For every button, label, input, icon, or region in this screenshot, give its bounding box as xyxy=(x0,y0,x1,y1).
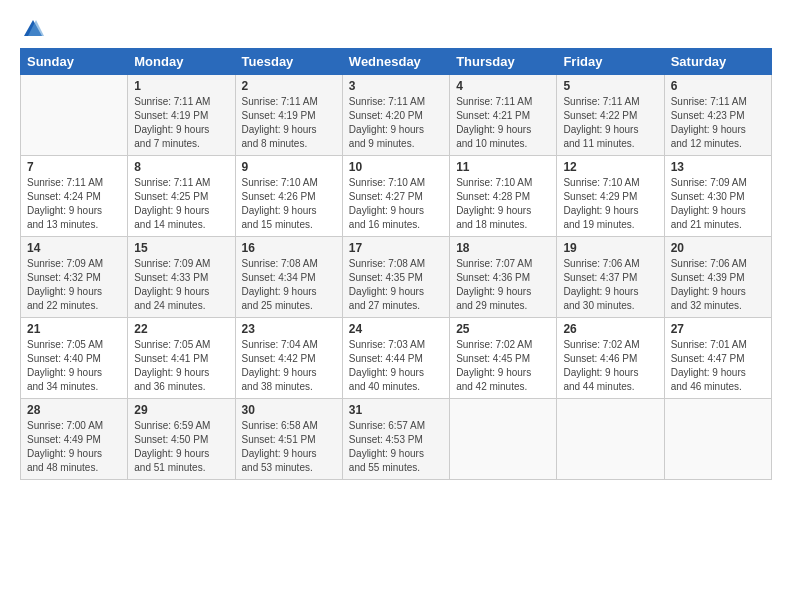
sunrise-text: Sunrise: 7:11 AM xyxy=(134,95,228,109)
day-number: 21 xyxy=(27,322,121,336)
day-number: 8 xyxy=(134,160,228,174)
sunset-text: Sunset: 4:29 PM xyxy=(563,190,657,204)
daylight-line1: Daylight: 9 hours xyxy=(563,204,657,218)
daylight-line1: Daylight: 9 hours xyxy=(456,285,550,299)
daylight-line1: Daylight: 9 hours xyxy=(349,123,443,137)
sunset-text: Sunset: 4:44 PM xyxy=(349,352,443,366)
sunrise-text: Sunrise: 7:07 AM xyxy=(456,257,550,271)
cell-content: Sunrise: 7:11 AMSunset: 4:21 PMDaylight:… xyxy=(456,95,550,151)
daylight-line2: and 34 minutes. xyxy=(27,380,121,394)
sunrise-text: Sunrise: 7:11 AM xyxy=(349,95,443,109)
sunset-text: Sunset: 4:50 PM xyxy=(134,433,228,447)
sunset-text: Sunset: 4:33 PM xyxy=(134,271,228,285)
daylight-line2: and 29 minutes. xyxy=(456,299,550,313)
daylight-line1: Daylight: 9 hours xyxy=(242,447,336,461)
calendar-cell: 14Sunrise: 7:09 AMSunset: 4:32 PMDayligh… xyxy=(21,237,128,318)
calendar-cell: 11Sunrise: 7:10 AMSunset: 4:28 PMDayligh… xyxy=(450,156,557,237)
calendar-cell: 21Sunrise: 7:05 AMSunset: 4:40 PMDayligh… xyxy=(21,318,128,399)
day-number: 15 xyxy=(134,241,228,255)
cell-content: Sunrise: 7:10 AMSunset: 4:27 PMDaylight:… xyxy=(349,176,443,232)
sunset-text: Sunset: 4:23 PM xyxy=(671,109,765,123)
cell-content: Sunrise: 7:06 AMSunset: 4:37 PMDaylight:… xyxy=(563,257,657,313)
daylight-line2: and 40 minutes. xyxy=(349,380,443,394)
sunrise-text: Sunrise: 7:11 AM xyxy=(134,176,228,190)
cell-content: Sunrise: 7:05 AMSunset: 4:41 PMDaylight:… xyxy=(134,338,228,394)
cell-content: Sunrise: 7:02 AMSunset: 4:45 PMDaylight:… xyxy=(456,338,550,394)
cell-content: Sunrise: 7:01 AMSunset: 4:47 PMDaylight:… xyxy=(671,338,765,394)
cell-content: Sunrise: 7:05 AMSunset: 4:40 PMDaylight:… xyxy=(27,338,121,394)
calendar-cell: 9Sunrise: 7:10 AMSunset: 4:26 PMDaylight… xyxy=(235,156,342,237)
sunset-text: Sunset: 4:25 PM xyxy=(134,190,228,204)
daylight-line1: Daylight: 9 hours xyxy=(242,204,336,218)
calendar-cell: 16Sunrise: 7:08 AMSunset: 4:34 PMDayligh… xyxy=(235,237,342,318)
cell-content: Sunrise: 7:06 AMSunset: 4:39 PMDaylight:… xyxy=(671,257,765,313)
daylight-line2: and 16 minutes. xyxy=(349,218,443,232)
daylight-line1: Daylight: 9 hours xyxy=(671,366,765,380)
sunrise-text: Sunrise: 7:08 AM xyxy=(242,257,336,271)
daylight-line2: and 11 minutes. xyxy=(563,137,657,151)
cell-content: Sunrise: 7:10 AMSunset: 4:26 PMDaylight:… xyxy=(242,176,336,232)
daylight-line2: and 32 minutes. xyxy=(671,299,765,313)
calendar-cell: 5Sunrise: 7:11 AMSunset: 4:22 PMDaylight… xyxy=(557,75,664,156)
calendar-cell: 23Sunrise: 7:04 AMSunset: 4:42 PMDayligh… xyxy=(235,318,342,399)
cell-content: Sunrise: 7:11 AMSunset: 4:19 PMDaylight:… xyxy=(134,95,228,151)
daylight-line1: Daylight: 9 hours xyxy=(349,447,443,461)
cell-content: Sunrise: 7:09 AMSunset: 4:33 PMDaylight:… xyxy=(134,257,228,313)
calendar-table: SundayMondayTuesdayWednesdayThursdayFrid… xyxy=(20,48,772,480)
sunset-text: Sunset: 4:41 PM xyxy=(134,352,228,366)
cell-content: Sunrise: 6:59 AMSunset: 4:50 PMDaylight:… xyxy=(134,419,228,475)
sunset-text: Sunset: 4:39 PM xyxy=(671,271,765,285)
calendar-cell: 6Sunrise: 7:11 AMSunset: 4:23 PMDaylight… xyxy=(664,75,771,156)
header xyxy=(20,18,772,40)
sunrise-text: Sunrise: 7:11 AM xyxy=(671,95,765,109)
daylight-line2: and 21 minutes. xyxy=(671,218,765,232)
day-number: 30 xyxy=(242,403,336,417)
calendar-cell: 13Sunrise: 7:09 AMSunset: 4:30 PMDayligh… xyxy=(664,156,771,237)
day-number: 29 xyxy=(134,403,228,417)
calendar-cell: 20Sunrise: 7:06 AMSunset: 4:39 PMDayligh… xyxy=(664,237,771,318)
daylight-line2: and 13 minutes. xyxy=(27,218,121,232)
sunrise-text: Sunrise: 7:08 AM xyxy=(349,257,443,271)
calendar-cell: 22Sunrise: 7:05 AMSunset: 4:41 PMDayligh… xyxy=(128,318,235,399)
calendar-cell: 2Sunrise: 7:11 AMSunset: 4:19 PMDaylight… xyxy=(235,75,342,156)
day-header-tuesday: Tuesday xyxy=(235,49,342,75)
logo xyxy=(20,18,44,40)
day-number: 25 xyxy=(456,322,550,336)
sunrise-text: Sunrise: 7:01 AM xyxy=(671,338,765,352)
day-header-wednesday: Wednesday xyxy=(342,49,449,75)
sunrise-text: Sunrise: 7:11 AM xyxy=(563,95,657,109)
sunrise-text: Sunrise: 7:09 AM xyxy=(671,176,765,190)
calendar-cell xyxy=(21,75,128,156)
calendar-cell: 17Sunrise: 7:08 AMSunset: 4:35 PMDayligh… xyxy=(342,237,449,318)
sunrise-text: Sunrise: 7:06 AM xyxy=(671,257,765,271)
sunrise-text: Sunrise: 7:00 AM xyxy=(27,419,121,433)
day-number: 17 xyxy=(349,241,443,255)
cell-content: Sunrise: 7:03 AMSunset: 4:44 PMDaylight:… xyxy=(349,338,443,394)
cell-content: Sunrise: 7:07 AMSunset: 4:36 PMDaylight:… xyxy=(456,257,550,313)
sunrise-text: Sunrise: 7:03 AM xyxy=(349,338,443,352)
daylight-line1: Daylight: 9 hours xyxy=(563,123,657,137)
daylight-line2: and 15 minutes. xyxy=(242,218,336,232)
sunrise-text: Sunrise: 7:02 AM xyxy=(456,338,550,352)
cell-content: Sunrise: 7:11 AMSunset: 4:20 PMDaylight:… xyxy=(349,95,443,151)
cell-content: Sunrise: 7:10 AMSunset: 4:29 PMDaylight:… xyxy=(563,176,657,232)
cell-content: Sunrise: 7:11 AMSunset: 4:23 PMDaylight:… xyxy=(671,95,765,151)
sunset-text: Sunset: 4:45 PM xyxy=(456,352,550,366)
sunrise-text: Sunrise: 7:05 AM xyxy=(134,338,228,352)
daylight-line2: and 48 minutes. xyxy=(27,461,121,475)
day-number: 2 xyxy=(242,79,336,93)
sunrise-text: Sunrise: 7:04 AM xyxy=(242,338,336,352)
day-number: 9 xyxy=(242,160,336,174)
daylight-line1: Daylight: 9 hours xyxy=(671,123,765,137)
sunrise-text: Sunrise: 7:02 AM xyxy=(563,338,657,352)
day-number: 6 xyxy=(671,79,765,93)
day-number: 5 xyxy=(563,79,657,93)
sunset-text: Sunset: 4:40 PM xyxy=(27,352,121,366)
daylight-line2: and 44 minutes. xyxy=(563,380,657,394)
daylight-line1: Daylight: 9 hours xyxy=(349,204,443,218)
calendar-cell: 1Sunrise: 7:11 AMSunset: 4:19 PMDaylight… xyxy=(128,75,235,156)
day-number: 4 xyxy=(456,79,550,93)
sunrise-text: Sunrise: 7:11 AM xyxy=(456,95,550,109)
sunrise-text: Sunrise: 6:58 AM xyxy=(242,419,336,433)
calendar-cell: 30Sunrise: 6:58 AMSunset: 4:51 PMDayligh… xyxy=(235,399,342,480)
